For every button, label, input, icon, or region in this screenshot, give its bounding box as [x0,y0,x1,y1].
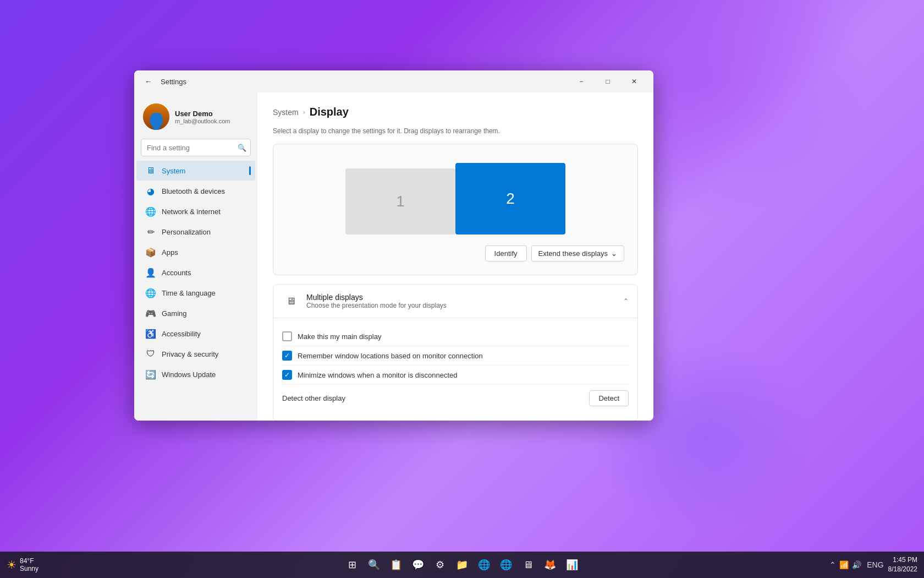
close-button[interactable]: ✕ [622,73,647,90]
identify-button[interactable]: Identify [485,246,527,261]
maximize-button[interactable]: □ [595,73,620,90]
tray-chevron[interactable]: ⌃ [828,559,837,570]
settings-taskbar-icon[interactable]: ⚙ [430,555,450,575]
sidebar-item-privacy[interactable]: 🛡 Privacy & security [136,344,255,364]
start-button[interactable]: ⊞ [342,555,362,575]
sidebar-label-gaming: Gaming [162,309,246,318]
network-icon: 🌐 [145,206,156,217]
chrome-button[interactable]: 🌐 [496,555,516,575]
excel-button[interactable]: 📊 [562,555,582,575]
user-email: m_lab@outlook.com [175,118,249,124]
make-main-label: Make this my main display [298,332,381,341]
display-monitors: 1 2 [287,157,624,235]
display-preview-box: 1 2 Identify Extend these displays ⌄ [273,144,638,275]
chevron-down-icon: ⌄ [611,249,617,258]
section-title-group: Multiple displays Choose the presentatio… [306,293,447,309]
system-clock[interactable]: 1:45 PM 8/18/2022 [888,555,917,574]
firefox-button[interactable]: 🦊 [540,555,560,575]
widgets-button[interactable]: 💬 [408,555,428,575]
sidebar-item-personalization[interactable]: ✏ Personalization [136,222,255,242]
language-indicator[interactable]: ENG [866,559,884,570]
remember-windows-checkbox[interactable] [282,351,292,361]
breadcrumb-current: Display [310,106,349,118]
sidebar-item-accessibility[interactable]: ♿ Accessibility [136,324,255,343]
avatar: 👤 [143,103,169,130]
apps-icon: 📦 [145,247,156,258]
multiple-displays-body: Make this my main display Remember windo… [273,318,637,421]
privacy-icon: 🛡 [145,348,156,359]
sidebar-label-system: System [162,167,241,175]
taskview-button[interactable]: 📋 [386,555,406,575]
section-header-left: 🖥 Multiple displays Choose the presentat… [282,292,447,310]
title-bar: ← Settings − □ ✕ [134,70,653,92]
back-button[interactable]: ← [141,74,156,89]
content-area: System › Display Select a display to cha… [257,92,653,421]
monitor-1-label: 1 [396,193,405,210]
make-main-checkbox[interactable] [282,331,292,341]
breadcrumb-separator: › [303,108,305,116]
personalization-icon: ✏ [145,226,156,237]
window-title: Settings [161,78,186,86]
page-subtitle: Select a display to change the settings … [273,127,638,135]
taskbar: ☀ 84°F Sunny ⊞ 🔍 📋 💬 ⚙ 📁 🌐 🌐 🖥 🦊 📊 ⌃ 📶 🔊… [0,552,924,578]
network-tray-icon[interactable]: 📶 [838,559,850,570]
sidebar-item-bluetooth[interactable]: ◕ Bluetooth & devices [136,181,255,201]
terminal-button[interactable]: 🖥 [518,555,538,575]
sidebar-item-system[interactable]: 🖥 System [136,161,255,181]
user-profile[interactable]: 👤 User Demo m_lab@outlook.com [134,97,257,139]
edge-button[interactable]: 🌐 [474,555,494,575]
clock-date: 8/18/2022 [888,565,917,574]
weather-temp: 84°F [20,557,38,565]
active-indicator [249,166,251,175]
minimize-button[interactable]: − [569,73,594,90]
multiple-displays-section: 🖥 Multiple displays Choose the presentat… [273,284,638,421]
search-taskbar-button[interactable]: 🔍 [364,555,384,575]
weather-icon: ☀ [7,558,16,571]
extend-button[interactable]: Extend these displays ⌄ [531,246,624,261]
sidebar-label-update: Windows Update [162,370,246,379]
volume-tray-icon[interactable]: 🔊 [851,559,862,570]
window-controls: − □ ✕ [569,73,647,90]
gaming-icon: 🎮 [145,308,156,319]
multiple-displays-icon: 🖥 [282,292,300,310]
bluetooth-icon: ◕ [145,186,156,197]
sidebar-item-apps[interactable]: 📦 Apps [136,242,255,262]
update-icon: 🔄 [145,369,156,380]
multiple-displays-header[interactable]: 🖥 Multiple displays Choose the presentat… [273,285,637,318]
sidebar-label-privacy: Privacy & security [162,350,246,358]
taskbar-left: ☀ 84°F Sunny [7,557,38,572]
weather-condition: Sunny [20,565,38,572]
settings-window: ← Settings − □ ✕ 👤 User Demo m_lab@outlo… [134,70,653,421]
sidebar-label-time: Time & language [162,289,246,297]
clock-time: 1:45 PM [888,555,917,565]
system-tray: ⌃ 📶 🔊 [828,559,862,570]
breadcrumb-parent[interactable]: System [273,108,299,117]
sidebar-item-time[interactable]: 🌐 Time & language [136,283,255,303]
sidebar-item-network[interactable]: 🌐 Network & internet [136,201,255,221]
sidebar-label-accessibility: Accessibility [162,330,246,338]
monitor-2-label: 2 [506,190,515,208]
sidebar-item-gaming[interactable]: 🎮 Gaming [136,303,255,323]
monitor-1[interactable]: 1 [345,168,455,235]
multiple-displays-subtitle: Choose the presentation mode for your di… [306,302,447,309]
sidebar-item-update[interactable]: 🔄 Windows Update [136,364,255,384]
detect-button[interactable]: Detect [589,390,629,406]
accessibility-icon: ♿ [145,328,156,339]
remember-windows-row: Remember window locations based on monit… [282,346,629,365]
sidebar-label-apps: Apps [162,248,246,257]
make-main-row: Make this my main display [282,327,629,346]
user-info: User Demo m_lab@outlook.com [175,110,249,124]
search-input[interactable] [141,139,251,156]
search-box: 🔍 [141,139,251,156]
breadcrumb: System › Display [273,106,638,118]
minimize-windows-checkbox[interactable] [282,370,292,380]
weather-text: 84°F Sunny [20,557,38,572]
time-icon: 🌐 [145,287,156,298]
monitor-2[interactable]: 2 [455,163,565,235]
sidebar-item-accounts[interactable]: 👤 Accounts [136,263,255,282]
search-icon: 🔍 [238,144,246,152]
extend-label: Extend these displays [538,249,608,258]
taskbar-right: ⌃ 📶 🔊 ENG 1:45 PM 8/18/2022 [828,555,917,574]
minimize-windows-label: Minimize windows when a monitor is disco… [298,371,457,379]
explorer-button[interactable]: 📁 [452,555,472,575]
